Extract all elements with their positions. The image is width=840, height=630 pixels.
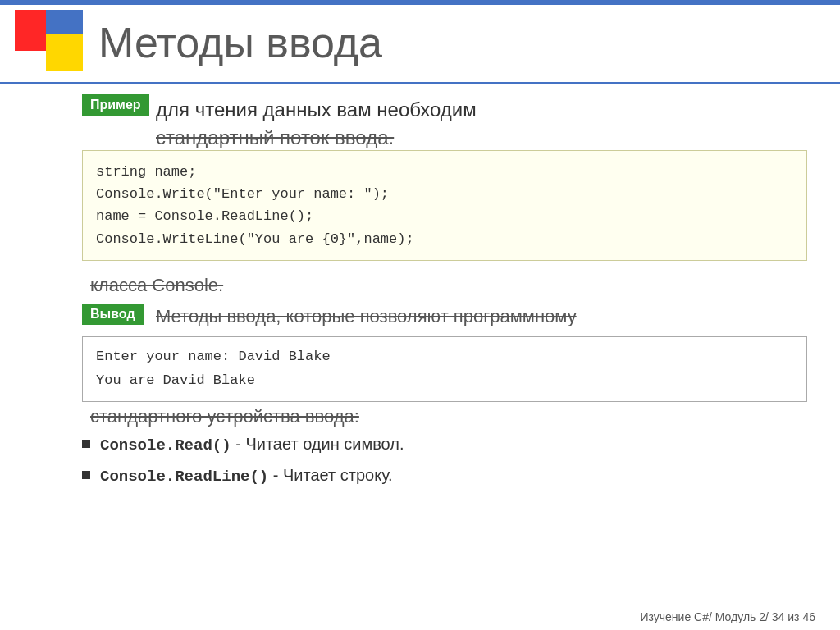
code-line-3: name = Console.ReadLine(); <box>96 205 793 227</box>
slide: Методы ввода Пример для чтения данных ва… <box>0 0 840 630</box>
code-line-2: Console.Write("Enter your name: "); <box>96 183 793 205</box>
bullet-2-desc: - Читает строку. <box>268 466 392 484</box>
code-line-4: Console.WriteLine("You are {0}",name); <box>96 228 793 250</box>
deco-yellow <box>46 34 83 71</box>
footer: Изучение C#/ Модуль 2/ 34 из 46 <box>640 610 815 623</box>
top-bar <box>0 0 840 5</box>
code-block: string name; Console.Write("Enter your n… <box>82 150 807 261</box>
methods-text: Методы ввода, которые позволяют программ… <box>156 306 807 327</box>
bullet-1-code: Console.Read() <box>100 436 231 454</box>
slide-title: Методы ввода <box>98 18 382 67</box>
bullet-2-code: Console.ReadLine() <box>100 468 268 486</box>
intro-line1: для чтения данных вам необходим <box>156 96 807 124</box>
example-badge: Пример <box>82 94 149 116</box>
output-block: Enter your name: David Blake You are Dav… <box>82 336 807 402</box>
output-line-2: You are David Blake <box>96 369 793 393</box>
bottom-strike-text: стандартного устройства ввода: <box>82 406 807 427</box>
title-rule <box>0 82 840 84</box>
bullet-item-1: Console.Read() - Читает один символ. <box>82 435 807 454</box>
bullet-item-2: Console.ReadLine() - Читает строку. <box>82 466 807 486</box>
intro-text: для чтения данных вам необходим стандарт… <box>82 94 807 151</box>
intro-line2: стандартный поток ввода. <box>156 124 807 152</box>
code-line-1: string name; <box>96 161 793 183</box>
output-badge: Вывод <box>82 304 144 325</box>
bullet-square-1 <box>82 440 90 448</box>
bullet-2-text: Console.ReadLine() - Читает строку. <box>100 466 393 486</box>
bullet-square-2 <box>82 471 90 479</box>
output-line-1: Enter your name: David Blake <box>96 345 793 369</box>
bullet-1-text: Console.Read() - Читает один символ. <box>100 435 404 454</box>
content-area: Пример для чтения данных вам необходим с… <box>82 94 807 589</box>
bullet-1-desc: - Читает один символ. <box>231 435 404 453</box>
mid-text: класса Console. <box>82 275 807 296</box>
deco-shapes <box>15 10 89 75</box>
bullet-list: Console.Read() - Читает один символ. Con… <box>82 435 807 497</box>
